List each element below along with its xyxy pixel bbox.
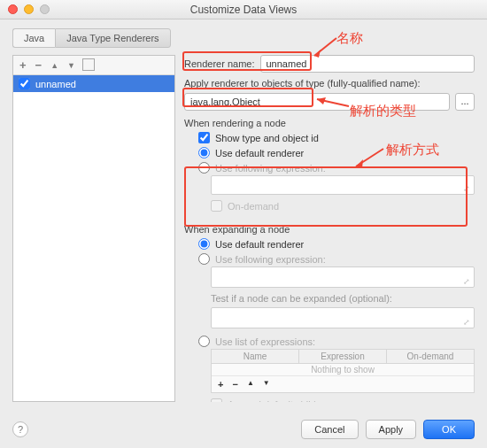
renderer-name-label: Renderer name: bbox=[184, 58, 255, 69]
expand-expr-input[interactable] bbox=[211, 266, 475, 288]
renderer-list-panel: + − ▲ ▼ unnamed bbox=[12, 55, 175, 402]
zoom-icon[interactable] bbox=[40, 4, 50, 14]
down-button[interactable]: ▼ bbox=[67, 61, 75, 70]
apply-label: Apply renderer to objects of type (fully… bbox=[184, 78, 475, 89]
cancel-button[interactable]: Cancel bbox=[301, 420, 358, 439]
table-empty-text: Nothing to show bbox=[212, 364, 474, 376]
apply-button[interactable]: Apply bbox=[366, 420, 417, 439]
ok-button[interactable]: OK bbox=[423, 420, 475, 439]
help-button[interactable]: ? bbox=[12, 421, 28, 437]
expanding-section-title: When expanding a node bbox=[184, 224, 475, 235]
on-demand-label: On-demand bbox=[228, 201, 279, 212]
dialog-buttons: Cancel Apply OK bbox=[301, 420, 475, 439]
expand-list-radio[interactable] bbox=[198, 336, 210, 347]
render-expr-input[interactable] bbox=[211, 175, 475, 195]
tab-bar: Java Java Type Renderers bbox=[0, 19, 487, 48]
render-default-label: Use default renderer bbox=[215, 148, 304, 158]
tab-java-type-renderers[interactable]: Java Type Renderers bbox=[55, 28, 170, 48]
col-name: Name bbox=[212, 350, 299, 363]
remove-button[interactable]: − bbox=[35, 58, 43, 72]
render-expr-label: Use following expression: bbox=[215, 163, 326, 174]
titlebar: Customize Data Views bbox=[0, 0, 487, 19]
on-demand-checkbox bbox=[211, 200, 222, 212]
close-icon[interactable] bbox=[8, 4, 18, 14]
copy-icon[interactable] bbox=[84, 60, 95, 71]
col-expression: Expression bbox=[299, 350, 387, 363]
expand-expr-radio[interactable] bbox=[198, 253, 210, 265]
row-add-button[interactable]: + bbox=[218, 379, 223, 390]
append-default-checkbox bbox=[211, 398, 222, 402]
detail-panel: Renderer name: Apply renderer to objects… bbox=[175, 55, 487, 402]
show-type-id-label: Show type and object id bbox=[215, 133, 319, 143]
row-remove-button[interactable]: − bbox=[232, 379, 237, 390]
type-input[interactable] bbox=[184, 93, 450, 111]
list-item[interactable]: unnamed bbox=[13, 75, 174, 92]
renderer-name-input[interactable] bbox=[260, 55, 475, 73]
render-default-radio[interactable] bbox=[198, 147, 210, 158]
col-on-demand: On-demand bbox=[387, 350, 474, 363]
minimize-icon[interactable] bbox=[24, 4, 34, 14]
expand-default-radio[interactable] bbox=[198, 238, 210, 250]
add-button[interactable]: + bbox=[19, 58, 27, 72]
show-type-id-checkbox[interactable] bbox=[198, 132, 210, 143]
list-item-checkbox[interactable] bbox=[19, 78, 30, 89]
window-controls bbox=[8, 4, 50, 14]
rendering-section-title: When rendering a node bbox=[184, 118, 475, 128]
tab-java[interactable]: Java bbox=[12, 28, 55, 48]
browse-type-button[interactable]: ... bbox=[455, 93, 475, 111]
expand-default-label: Use default renderer bbox=[215, 239, 304, 250]
expression-table: Name Expression On-demand Nothing to sho… bbox=[211, 349, 475, 393]
window-title: Customize Data Views bbox=[0, 4, 487, 16]
expand-expr-label: Use following expression: bbox=[215, 254, 326, 265]
list-toolbar: + − ▲ ▼ bbox=[13, 56, 174, 75]
expand-test-label: Test if a node can be expanded (optional… bbox=[211, 293, 475, 304]
list-item-label: unnamed bbox=[35, 79, 76, 89]
expand-list-label: Use list of expressions: bbox=[215, 336, 315, 347]
row-up-button[interactable]: ▲ bbox=[247, 379, 254, 390]
row-down-button[interactable]: ▼ bbox=[263, 379, 270, 390]
expand-test-input[interactable] bbox=[211, 307, 475, 328]
render-expr-radio[interactable] bbox=[198, 162, 210, 174]
up-button[interactable]: ▲ bbox=[50, 61, 58, 70]
append-default-label: Append default children bbox=[228, 399, 330, 403]
